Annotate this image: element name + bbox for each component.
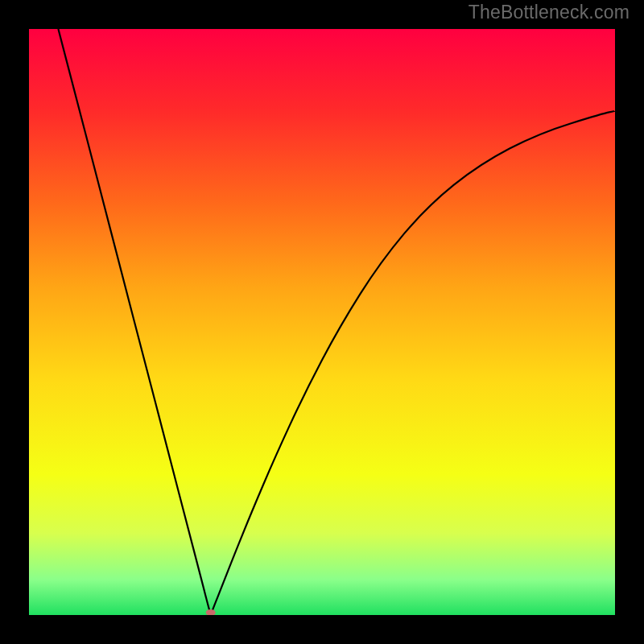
bottleneck-curve	[58, 29, 615, 613]
curve-canvas	[29, 29, 615, 615]
minimum-marker	[206, 609, 216, 615]
bottleneck-chart: TheBottleneck.com	[0, 0, 644, 644]
plot-area	[29, 29, 615, 615]
watermark-text: TheBottleneck.com	[469, 2, 630, 23]
